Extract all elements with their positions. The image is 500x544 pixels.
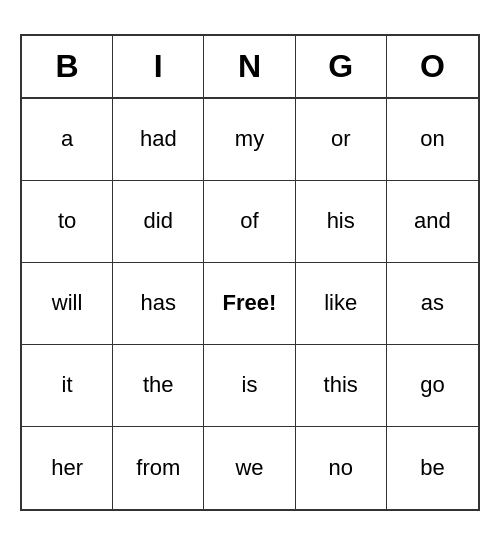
cell-r5c1[interactable]: her xyxy=(22,427,113,509)
bingo-header: B I N G O xyxy=(22,36,478,99)
cell-r4c5[interactable]: go xyxy=(387,345,478,427)
cell-r4c1[interactable]: it xyxy=(22,345,113,427)
cell-r5c3[interactable]: we xyxy=(204,427,295,509)
header-b: B xyxy=(22,36,113,97)
cell-r3c1[interactable]: will xyxy=(22,263,113,345)
cell-r4c4[interactable]: this xyxy=(296,345,387,427)
header-g: G xyxy=(296,36,387,97)
cell-r3c2[interactable]: has xyxy=(113,263,204,345)
cell-free[interactable]: Free! xyxy=(204,263,295,345)
cell-r4c3[interactable]: is xyxy=(204,345,295,427)
cell-r2c2[interactable]: did xyxy=(113,181,204,263)
cell-r5c2[interactable]: from xyxy=(113,427,204,509)
cell-r2c5[interactable]: and xyxy=(387,181,478,263)
cell-r1c2[interactable]: had xyxy=(113,99,204,181)
cell-r2c3[interactable]: of xyxy=(204,181,295,263)
cell-r3c5[interactable]: as xyxy=(387,263,478,345)
bingo-grid: a had my or on to did of his and will ha… xyxy=(22,99,478,509)
cell-r1c3[interactable]: my xyxy=(204,99,295,181)
cell-r5c5[interactable]: be xyxy=(387,427,478,509)
cell-r3c4[interactable]: like xyxy=(296,263,387,345)
cell-r1c1[interactable]: a xyxy=(22,99,113,181)
cell-r2c1[interactable]: to xyxy=(22,181,113,263)
cell-r1c5[interactable]: on xyxy=(387,99,478,181)
header-o: O xyxy=(387,36,478,97)
bingo-card: B I N G O a had my or on to did of his a… xyxy=(20,34,480,511)
cell-r1c4[interactable]: or xyxy=(296,99,387,181)
cell-r5c4[interactable]: no xyxy=(296,427,387,509)
cell-r2c4[interactable]: his xyxy=(296,181,387,263)
cell-r4c2[interactable]: the xyxy=(113,345,204,427)
header-n: N xyxy=(204,36,295,97)
header-i: I xyxy=(113,36,204,97)
